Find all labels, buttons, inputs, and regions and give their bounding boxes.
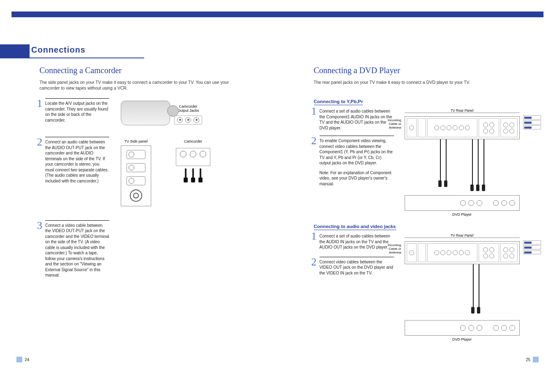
- dvd-label: DVD Player: [405, 212, 520, 217]
- cable-plugs: [184, 168, 203, 182]
- step-number: 1: [311, 231, 317, 242]
- antenna-label: Incoming Cable or Antenna: [381, 244, 401, 254]
- jack-icon: [447, 250, 451, 255]
- step-rule: [45, 98, 109, 99]
- svideo-port-icon: [130, 189, 142, 202]
- jack-icon: [509, 200, 515, 206]
- jack-icon: [503, 129, 508, 134]
- left-intro: The side panel jacks on your TV make it …: [39, 79, 237, 91]
- step-number: 3: [37, 220, 42, 231]
- side-switch-box: [523, 240, 541, 254]
- jack-icon: [465, 250, 470, 255]
- page-accent-icon: [16, 357, 22, 362]
- jack-icon: [193, 117, 199, 123]
- jack-icon: [483, 129, 488, 134]
- jack-icon: [190, 151, 196, 157]
- port-icon: [127, 176, 145, 185]
- camcorder-illustration: Camcorder Output Jacks: [121, 101, 202, 128]
- rightB-step-2: 2 Connect video cables between the VIDEO…: [314, 259, 394, 276]
- port-icon: [127, 163, 145, 172]
- left-step-2: 2 Connect an audio cable between the AUD…: [39, 139, 256, 206]
- jack-icon: [509, 247, 514, 252]
- step-number: 2: [311, 257, 317, 267]
- dvd-player-box: [405, 320, 520, 336]
- page-number: 24: [25, 357, 29, 362]
- step-body: To enable Component video viewing, conne…: [320, 138, 394, 166]
- jack-icon: [489, 122, 494, 127]
- left-step-1: 1 Locate the A/V output jacks on the cam…: [39, 101, 256, 128]
- cable-lines: [405, 139, 520, 193]
- step-rule: [320, 136, 394, 136]
- page-accent-icon: [533, 357, 539, 362]
- jack-icon: [440, 125, 445, 130]
- jack-icon: [489, 247, 494, 252]
- jack-icon: [501, 200, 507, 206]
- step-body: Connect an audio cable between the AUDIO…: [45, 139, 109, 184]
- side-switch-box: [523, 115, 541, 129]
- chapter-accent: [0, 44, 30, 58]
- tv-side-label: TV Side panel: [121, 139, 151, 143]
- chapter-title: Connections: [31, 45, 85, 55]
- step-body: Locate the A/V output jacks on the camco…: [45, 101, 109, 123]
- jack-icon: [503, 254, 508, 258]
- cable-lines: [405, 264, 520, 318]
- jack-icon: [477, 325, 482, 331]
- dvd-player-box: [405, 195, 520, 211]
- right-page: Connecting a DVD Player The rear panel j…: [314, 66, 531, 341]
- port-icon: [127, 150, 145, 159]
- camcorder-label: Camcorder: [184, 139, 203, 143]
- subheading-component: Connecting to Y,Pb,Pr: [314, 99, 363, 105]
- jack-icon: [489, 254, 494, 258]
- subheading-av: Connecting to audio and video jacks: [314, 224, 396, 230]
- jack-icon: [489, 129, 494, 134]
- jack-icon: [509, 325, 515, 331]
- jack-icon: [493, 325, 499, 331]
- jack-icon: [200, 151, 206, 157]
- jack-row: [174, 115, 202, 125]
- step-rule: [45, 220, 109, 221]
- left-section-title: Connecting a Camcorder: [39, 66, 256, 75]
- jack-icon: [453, 125, 458, 130]
- right-intro: The rear panel jacks on your TV make it …: [314, 79, 511, 85]
- left-step-3: 3 Connect a video cable between the VIDE…: [39, 223, 256, 278]
- camcorder-icon: [121, 101, 170, 125]
- jack-icon: [460, 200, 466, 206]
- jack-icon: [409, 125, 414, 130]
- step-body: Connect a video cable between the VIDEO …: [45, 223, 109, 278]
- jack-icon: [434, 125, 439, 130]
- jack-icon: [501, 325, 507, 331]
- step-rule: [45, 137, 109, 137]
- jack-icon: [503, 122, 508, 127]
- component-note: Note: For an explanation of Component vi…: [320, 170, 394, 187]
- page-number: 25: [526, 357, 530, 362]
- camcorder-source: Camcorder: [176, 139, 210, 182]
- jack-icon: [459, 125, 464, 130]
- page-number-right: 25: [526, 357, 539, 362]
- jack-icon: [460, 325, 466, 331]
- rear-panel-label: TV Rear Panel: [405, 108, 520, 113]
- jack-icon: [483, 122, 488, 127]
- jack-icon: [509, 129, 514, 134]
- jack-icon: [440, 250, 445, 255]
- step-body: Connect video cables between the VIDEO O…: [320, 259, 394, 276]
- camcorder-jack-box: [176, 148, 210, 166]
- antenna-label: Incoming Cable or Antenna: [381, 119, 401, 129]
- rear-panel-illustration-b: TV Rear Panel Incoming Cable or Antenna: [405, 233, 520, 341]
- step-number: 1: [37, 98, 42, 109]
- right-section-title: Connecting a DVD Player: [314, 66, 531, 75]
- jack-icon: [185, 117, 191, 123]
- jack-icon: [477, 200, 482, 206]
- jack-icon: [465, 125, 470, 130]
- jack-icon: [483, 254, 488, 258]
- dvd-label: DVD Player: [405, 337, 520, 341]
- step-number: 2: [37, 137, 42, 148]
- jack-icon: [459, 250, 464, 255]
- chapter-bar: Connections: [0, 44, 144, 58]
- rightA-step-2: 2 To enable Component video viewing, con…: [314, 138, 394, 187]
- jack-icon: [509, 122, 514, 127]
- jack-icon: [453, 250, 458, 255]
- jack-icon: [180, 151, 187, 157]
- tv-side-panel: [121, 145, 151, 206]
- jack-icon: [468, 200, 474, 206]
- left-page: Connecting a Camcorder The side panel ja…: [39, 66, 256, 341]
